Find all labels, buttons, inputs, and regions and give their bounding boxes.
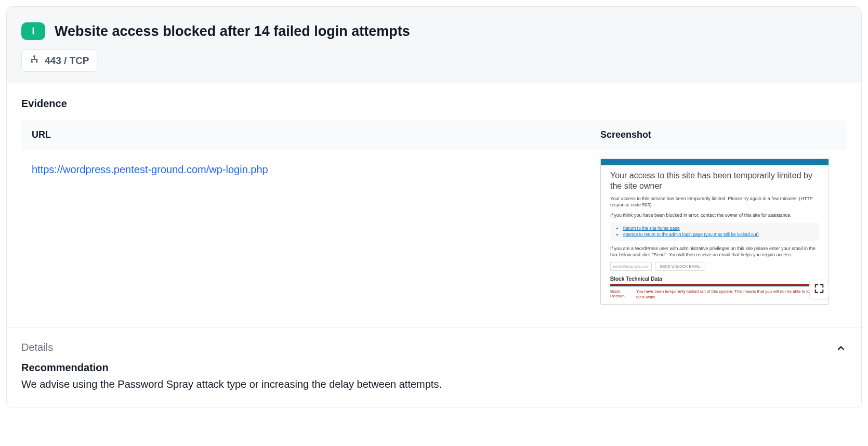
screenshot-links-list: Return to the site home page Attempt to … [610, 222, 819, 241]
screenshot-link-item: Attempt to return to the admin login pag… [623, 232, 815, 238]
screenshot-form-row: email@example.com SEND UNLOCK EMAIL [610, 262, 819, 271]
screenshot-para1: Your access to this service has been tem… [610, 195, 819, 208]
evidence-title: Evidence [21, 98, 847, 110]
screenshot-bluebar [610, 286, 819, 287]
screenshot-reason-text: You have been temporarily locked out of … [636, 289, 819, 300]
screenshot-send-button: SEND UNLOCK EMAIL [655, 262, 705, 271]
card-header: I Website access blocked after 14 failed… [7, 7, 861, 83]
recommendation-text: We advise using the Password Spray attac… [21, 377, 847, 392]
screenshot-para3: If you are a WordPress user with adminis… [610, 245, 819, 258]
finding-card: I Website access blocked after 14 failed… [6, 6, 862, 408]
evidence-screenshot-cell: Your access to this site has been tempor… [600, 159, 836, 305]
svg-point-5 [31, 61, 33, 63]
screenshot-email-input: email@example.com [610, 262, 652, 271]
evidence-url-link[interactable]: https://wordpress.pentest-ground.com/wp-… [32, 164, 268, 175]
svg-rect-3 [31, 59, 32, 61]
svg-rect-4 [36, 59, 37, 61]
svg-point-6 [36, 61, 38, 63]
evidence-row: https://wordpress.pentest-ground.com/wp-… [21, 150, 847, 313]
expand-screenshot-button[interactable] [809, 280, 829, 299]
screenshot-thumbnail[interactable]: Your access to this site has been tempor… [600, 159, 829, 305]
details-label: Details [21, 342, 847, 353]
network-icon [29, 54, 40, 67]
chevron-up-icon [835, 347, 847, 356]
severity-letter: I [32, 26, 34, 37]
title-row: I Website access blocked after 14 failed… [21, 22, 847, 40]
finding-title: Website access blocked after 14 failed l… [55, 23, 410, 40]
svg-point-0 [33, 55, 35, 57]
screenshot-topbar [601, 159, 828, 165]
column-screenshot: Screenshot [600, 129, 836, 140]
expand-icon [813, 283, 825, 296]
screenshot-heading: Your access to this site has been tempor… [610, 170, 819, 191]
screenshot-reason-row: Block Reason: You have been temporarily … [610, 289, 819, 300]
screenshot-redbar [610, 284, 819, 286]
column-url: URL [32, 129, 600, 140]
collapse-details-button[interactable] [835, 343, 847, 356]
evidence-url-cell: https://wordpress.pentest-ground.com/wp-… [32, 159, 600, 176]
screenshot-content: Your access to this site has been tempor… [601, 165, 828, 304]
screenshot-para2: If you think you have been blocked in er… [610, 212, 819, 218]
recommendation-title: Recommendation [21, 362, 847, 374]
details-section: Details Recommendation We advise using t… [7, 328, 861, 408]
screenshot-reason-label: Block Reason: [610, 289, 630, 300]
port-label: 443 / TCP [45, 55, 89, 67]
screenshot-link-item: Return to the site home page [623, 226, 815, 232]
port-chip[interactable]: 443 / TCP [21, 49, 97, 72]
evidence-table-header: URL Screenshot [21, 120, 847, 150]
screenshot-tech-heading: Block Technical Data [610, 276, 819, 282]
evidence-table: URL Screenshot https://wordpress.pentest… [21, 120, 847, 313]
evidence-section: Evidence URL Screenshot https://wordpres… [7, 83, 861, 327]
severity-badge: I [21, 22, 45, 40]
